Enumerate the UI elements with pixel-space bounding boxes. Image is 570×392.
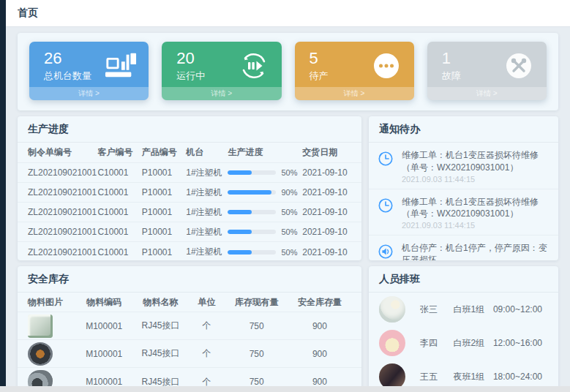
- inventory-table-header: 物料图片 物料编码 物料名称 单位 库存现有量 安全库存量: [18, 293, 361, 312]
- safety-stock-cell: 900: [288, 349, 351, 359]
- collapsed-sidebar[interactable]: [0, 0, 6, 386]
- tab-home[interactable]: 首页: [6, 7, 50, 20]
- ellipsis-icon: [370, 51, 402, 80]
- fault-detail-link[interactable]: 详情 >: [427, 87, 547, 100]
- notification-text: 机台停产：机台1停产，停产原因：变压器损坏: [402, 242, 550, 260]
- material-image-cell: [28, 342, 75, 366]
- unit-cell: 个: [188, 347, 225, 360]
- clock-icon: [378, 197, 394, 214]
- schedule-row: 李四 白班2组 12:00~16:00: [369, 326, 558, 360]
- progress-cell: 50%: [228, 168, 302, 177]
- material-code-cell: M100001: [75, 349, 133, 359]
- delivery-date-cell: 2021-09-10: [302, 207, 351, 217]
- col-material-code: 物料编码: [75, 296, 133, 309]
- running-icon: [238, 51, 270, 80]
- shift-label: 白班2组: [454, 337, 493, 350]
- notification-item[interactable]: 维修工单：机台1变压器损坏待维修（单号：WX202109031001） 2021…: [369, 189, 558, 235]
- production-table-body: ZL202109021001 C10001 P10001 1#注塑机 50% 2…: [18, 163, 361, 260]
- progress-fill: [228, 250, 252, 255]
- machine-cell: 1#注塑机: [186, 167, 228, 179]
- top-tab-bar: 首页: [6, 0, 570, 27]
- rj45-connector: [28, 314, 53, 338]
- stat-card-waiting[interactable]: 5 待产 详情 >: [295, 42, 414, 100]
- waiting-detail-link[interactable]: 详情 >: [295, 87, 414, 100]
- col-stock-on-hand: 库存现有量: [225, 296, 288, 309]
- shift-time: 12:00~16:00: [493, 338, 548, 348]
- progress-cell: 50%: [228, 248, 302, 257]
- delivery-date-cell: 2021-09-10: [302, 167, 351, 178]
- col-machine: 机台: [186, 146, 228, 159]
- stat-card-total-machines[interactable]: 26 总机台数量 详情 >: [29, 42, 149, 100]
- shift-time: 09:00~12:00: [493, 304, 548, 314]
- stat-card-body: 20 运行中: [162, 42, 281, 87]
- stat-card-text: 1 故障: [442, 49, 461, 83]
- progress-fill: [228, 230, 252, 234]
- notification-content: 维修工单：机台1变压器损坏待维修（单号：WX202109031001） 2021…: [402, 196, 550, 230]
- product-no-cell: P10001: [142, 187, 186, 197]
- waiting-label: 待产: [310, 69, 329, 83]
- stat-card-body: 1 故障: [427, 42, 547, 87]
- total-machines-detail-link[interactable]: 详情 >: [29, 87, 149, 100]
- col-material-image: 物料图片: [28, 296, 75, 309]
- dashboard-content: 26 总机台数量 详情 > 20: [6, 27, 570, 392]
- stat-card-fault[interactable]: 1 故障 详情 >: [427, 42, 547, 100]
- customer-no-cell: C10001: [97, 207, 141, 217]
- material-code-cell: M100001: [75, 321, 133, 331]
- progress-fill: [228, 170, 252, 175]
- production-progress-panel: 生产进度 制令单编号 客户编号 产品编号 机台 生产进度 交货日期 ZL2021…: [18, 116, 361, 260]
- safety-stock-cell: 900: [288, 321, 351, 331]
- production-table-row: ZL202109021001 C10001 P10001 1#注塑机 90% 2…: [18, 183, 361, 203]
- fault-value: 1: [442, 49, 461, 68]
- notification-text: 维修工单：机台1变压器损坏待维修（单号：WX202109031001）: [402, 149, 550, 173]
- waiting-value: 5: [310, 49, 329, 68]
- product-no-cell: P10001: [142, 167, 186, 178]
- production-table-row: ZL202109021001 C10001 P10001 1#注塑机 50% 2…: [18, 242, 361, 260]
- running-detail-link[interactable]: 详情 >: [162, 87, 281, 100]
- notification-item[interactable]: 维修工单：机台1变压器损坏待维修（单号：WX202109031001） 2021…: [369, 143, 558, 189]
- notifications-panel: 通知待办 维修工单：机台1变压器损坏待维修（单号：WX202109031001）…: [369, 116, 558, 260]
- running-label: 运行中: [176, 69, 205, 83]
- shift-time: 18:00~24:00: [493, 372, 548, 382]
- delivery-date-cell: 2021-09-10: [302, 227, 351, 237]
- shift-label: 夜班1组: [454, 371, 493, 383]
- progress-cell: 50%: [228, 227, 302, 236]
- schedule-row: 张三 白班1组 09:00~12:00: [369, 293, 558, 326]
- col-unit: 单位: [188, 296, 225, 309]
- production-table-row: ZL202109021001 C10001 P10001 1#注塑机 50% 2…: [18, 203, 361, 222]
- col-material-name: 物料名称: [133, 296, 188, 309]
- delivery-date-cell: 2021-09-10: [302, 247, 351, 257]
- col-customer-no: 客户编号: [97, 146, 141, 159]
- stock-on-hand-cell: 750: [225, 321, 288, 331]
- delivery-date-cell: 2021-09-10: [302, 187, 351, 197]
- col-product-no: 产品编号: [142, 146, 186, 159]
- production-progress-title: 生产进度: [18, 116, 361, 143]
- safety-stock-panel: 安全库存 物料图片 物料编码 物料名称 单位 库存现有量 安全库存量 M1000…: [18, 266, 361, 392]
- stat-card-text: 26 总机台数量: [44, 49, 91, 83]
- inventory-table-body: M100001 RJ45接口 个 750 900 M100001 RJ45接口 …: [18, 312, 361, 392]
- progress-track: [228, 190, 276, 195]
- total-machines-value: 26: [44, 49, 91, 68]
- notifications-list: 维修工单：机台1变压器损坏待维修（单号：WX202109031001） 2021…: [369, 143, 558, 260]
- progress-cell: 90%: [228, 188, 302, 197]
- order-no-cell: ZL202109021001: [28, 247, 97, 257]
- machine-cell: 1#注塑机: [186, 186, 228, 199]
- tools-icon: [503, 51, 535, 80]
- material-name-cell: RJ45接口: [133, 347, 188, 360]
- fault-label: 故障: [442, 69, 461, 83]
- stat-card-running[interactable]: 20 运行中 详情 >: [162, 42, 281, 100]
- notification-timestamp: 2021.09.03 11:44:15: [402, 221, 550, 230]
- order-no-cell: ZL202109021001: [28, 187, 97, 197]
- schedule-list: 张三 白班1组 09:00~12:00 李四 白班2组 12:00~16:00 …: [369, 293, 558, 392]
- progress-cell: 50%: [228, 208, 302, 216]
- progress-track: [228, 170, 276, 175]
- order-no-cell: ZL202109021001: [28, 207, 97, 217]
- notification-item[interactable]: 机台停产：机台1停产，停产原因：变压器损坏 2021.09.03 11:44:1…: [369, 235, 558, 260]
- unit-cell: 个: [188, 320, 225, 332]
- material-image-cell: [28, 314, 75, 338]
- col-progress: 生产进度: [228, 146, 302, 159]
- personnel-schedule-panel: 人员排班 张三 白班1组 09:00~12:00 李四 白班2组 12:00~1…: [369, 266, 558, 392]
- customer-no-cell: C10001: [97, 227, 141, 237]
- product-no-cell: P10001: [142, 247, 186, 257]
- machine-cell: 1#注塑机: [186, 246, 228, 258]
- stat-card-body: 26 总机台数量: [29, 42, 149, 87]
